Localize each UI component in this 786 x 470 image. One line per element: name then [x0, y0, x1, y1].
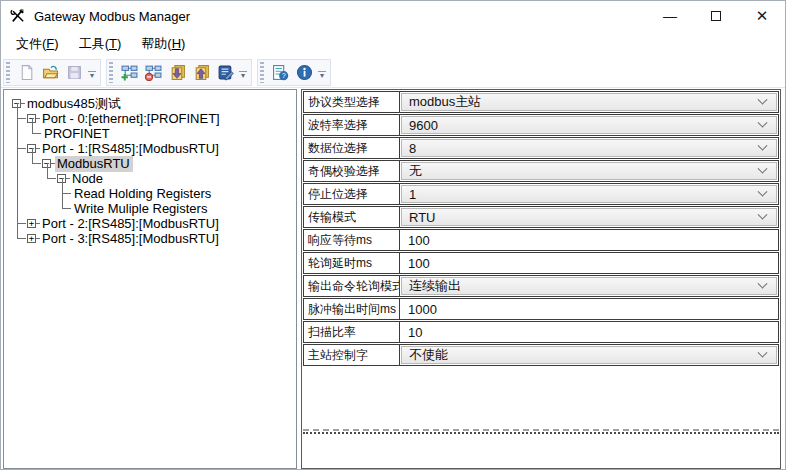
property-label: 奇偶校验选择 [304, 161, 400, 181]
combo-value: 1 [409, 187, 416, 202]
combo-value: 不使能 [409, 346, 448, 364]
property-field: 8 [400, 138, 778, 158]
tree-node[interactable]: +Port - 2:[RS485]:[ModbusRTU] [27, 216, 294, 231]
close-button[interactable]: ✕ [739, 1, 785, 31]
menu-tools[interactable]: 工具(T) [72, 32, 129, 56]
upload-config-button[interactable] [189, 61, 213, 84]
tree-node[interactable]: +Port - 3:[RS485]:[ModbusRTU] [27, 231, 294, 246]
property-label: 扫描比率 [304, 322, 400, 342]
toolbar-grip-handle[interactable] [260, 62, 264, 83]
minimize-button[interactable]: — [647, 1, 693, 31]
property-row: 扫描比率 [303, 321, 779, 343]
combo-value: modbus主站 [409, 93, 481, 111]
property-rows: 协议类型选择modbus主站波特率选择9600数据位选择8奇偶校验选择无停止位选… [303, 91, 779, 367]
download-config-icon [169, 64, 186, 81]
tree-node[interactable]: −modbus485测试 [12, 96, 294, 111]
chevron-down-icon [758, 140, 768, 150]
property-bottom-area [303, 434, 779, 467]
remove-node-button[interactable] [141, 61, 165, 84]
property-field [400, 230, 778, 250]
tree-node[interactable]: −ModbusRTU [42, 156, 294, 171]
menu-help[interactable]: 帮助(H) [134, 32, 192, 56]
tree-node[interactable]: −Port - 1:[RS485]:[ModbusRTU] [27, 141, 294, 156]
tree-node-label[interactable]: PROFINET [42, 126, 113, 142]
chevron-down-icon [758, 209, 768, 219]
toolbar-overflow-button[interactable]: ▾ [88, 71, 96, 82]
expand-toggle-icon[interactable]: + [27, 234, 36, 243]
download-config-button[interactable] [165, 61, 189, 84]
maximize-button[interactable] [693, 1, 739, 31]
window-title: Gateway Modbus Manager [34, 9, 190, 24]
property-label: 响应等待ms [304, 230, 400, 250]
text-input[interactable] [401, 231, 777, 249]
maximize-icon [711, 11, 721, 21]
app-window: Gateway Modbus Manager — ✕ 文件(F) 工具(T) 帮… [0, 0, 786, 470]
tree-node-label[interactable]: Write Muliple Registers [72, 201, 210, 217]
property-label: 主站控制字 [304, 345, 400, 365]
text-input[interactable] [401, 323, 777, 341]
tree-node[interactable]: PROFINET [42, 126, 294, 141]
device-tree: −modbus485测试−Port - 0:[ethernet]:[PROFIN… [12, 96, 294, 246]
svg-text:?: ? [281, 71, 285, 80]
combo-select[interactable]: 8 [401, 139, 777, 157]
open-project-button[interactable] [38, 61, 62, 84]
upload-config-icon [193, 64, 210, 81]
combo-select[interactable]: 无 [401, 162, 777, 180]
property-field: RTU [400, 207, 778, 227]
edit-notes-icon [217, 64, 234, 81]
toolbar-overflow-button[interactable]: ▾ [239, 71, 247, 82]
expand-toggle-icon[interactable]: + [27, 219, 36, 228]
menu-file[interactable]: 文件(F) [9, 32, 66, 56]
tree-node-label[interactable]: Port - 3:[RS485]:[ModbusRTU] [40, 231, 222, 247]
toolbar-overflow-button[interactable]: ▾ [318, 71, 326, 82]
tree-node[interactable]: Read Holding Registers [72, 186, 294, 201]
toolbar-grip-handle[interactable] [6, 62, 10, 83]
tree-node-label-selected[interactable]: ModbusRTU [55, 156, 133, 172]
tree-node[interactable]: −Node [57, 171, 294, 186]
combo-select[interactable]: 9600 [401, 116, 777, 134]
property-label: 波特率选择 [304, 115, 400, 135]
property-field: 9600 [400, 115, 778, 135]
combo-select[interactable]: modbus主站 [401, 93, 777, 111]
about-info-button[interactable] [292, 61, 316, 84]
tree-node[interactable]: −Port - 0:[ethernet]:[PROFINET] [27, 111, 294, 126]
text-input[interactable] [401, 254, 777, 272]
property-label: 传输模式 [304, 207, 400, 227]
open-project-icon [42, 64, 59, 81]
help-list-icon: ? [272, 64, 289, 81]
property-row: 轮询延时ms [303, 252, 779, 274]
help-list-button[interactable]: ? [268, 61, 292, 84]
add-node-button[interactable] [117, 61, 141, 84]
property-field: modbus主站 [400, 92, 778, 112]
edit-notes-button[interactable] [213, 61, 237, 84]
chevron-down-icon [758, 278, 768, 288]
new-document-button[interactable] [14, 61, 38, 84]
combo-select[interactable]: RTU [401, 208, 777, 226]
property-label: 脉冲输出时间ms [304, 299, 400, 319]
menu-bar: 文件(F) 工具(T) 帮助(H) [1, 31, 785, 57]
property-label: 协议类型选择 [304, 92, 400, 112]
combo-select[interactable]: 连续输出 [401, 277, 777, 295]
property-row: 传输模式RTU [303, 206, 779, 228]
property-row: 协议类型选择modbus主站 [303, 91, 779, 113]
toolbar-grip-handle[interactable] [109, 62, 113, 83]
tree-node-label[interactable]: Read Holding Registers [72, 186, 214, 202]
text-input[interactable] [401, 300, 777, 318]
combo-select[interactable]: 不使能 [401, 346, 777, 364]
save-button[interactable] [62, 61, 86, 84]
tree-node-label[interactable]: modbus485测试 [25, 96, 124, 112]
tree-node-label[interactable]: Port - 2:[RS485]:[ModbusRTU] [40, 216, 222, 232]
property-row: 波特率选择9600 [303, 114, 779, 136]
tree-node-label[interactable]: Node [70, 171, 106, 187]
combo-select[interactable]: 1 [401, 185, 777, 203]
tree-node-label[interactable]: Port - 1:[RS485]:[ModbusRTU] [40, 141, 222, 157]
property-row: 停止位选择1 [303, 183, 779, 205]
remove-node-icon [145, 64, 162, 81]
tree-node[interactable]: Write Muliple Registers [72, 201, 294, 216]
combo-value: 无 [409, 162, 422, 180]
tree-node-label[interactable]: Port - 0:[ethernet]:[PROFINET] [40, 111, 223, 127]
main-content: −modbus485测试−Port - 0:[ethernet]:[PROFIN… [1, 88, 785, 469]
toolbar-group: ?▾ [257, 59, 331, 86]
combo-value: RTU [409, 210, 435, 225]
device-tree-panel: −modbus485测试−Port - 0:[ethernet]:[PROFIN… [3, 89, 297, 469]
